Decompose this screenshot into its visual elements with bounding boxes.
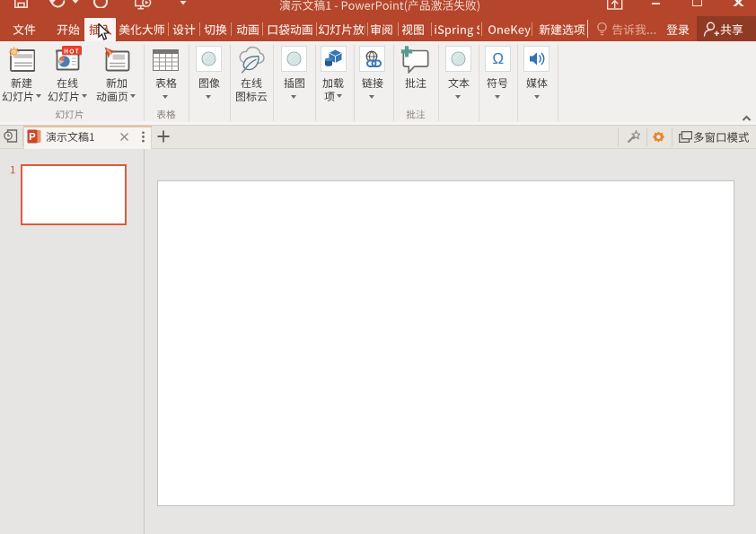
- svg-text:Ω: Ω: [492, 50, 504, 67]
- svg-text:P: P: [29, 131, 35, 142]
